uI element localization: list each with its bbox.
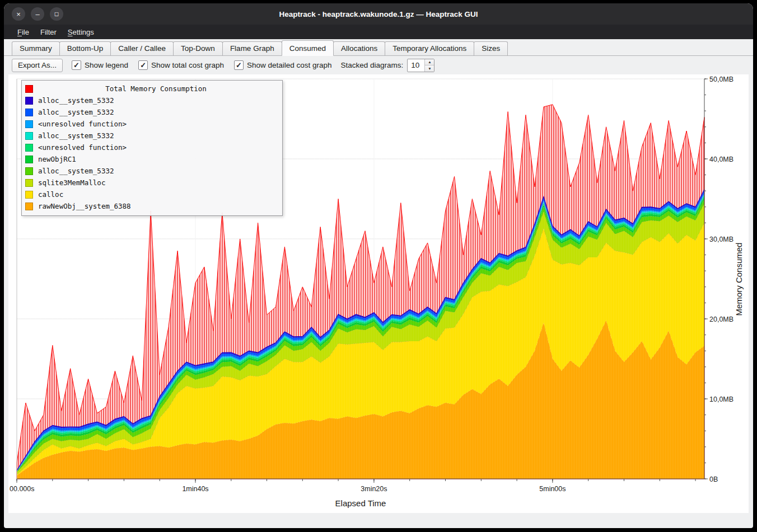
maximize-button[interactable]: ◻: [50, 7, 63, 21]
y-tick-label: 30,0MB: [709, 236, 733, 243]
tab-caller-callee[interactable]: Caller / Callee: [110, 41, 174, 56]
legend-swatch: [25, 167, 33, 175]
legend-item-label: alloc__system_5332: [38, 167, 114, 175]
legend-item-label: calloc: [38, 190, 63, 199]
menu-filter[interactable]: Filter: [35, 26, 62, 38]
legend-title: Total Memory Consumption: [33, 84, 279, 93]
minimize-icon: –: [35, 10, 39, 17]
stacked-diagrams-group: Stacked diagrams: 10 ▲ ▼: [341, 59, 435, 72]
legend-swatch: [25, 179, 33, 187]
legend-item: rawNewObj__system_6388: [25, 200, 279, 212]
y-tick-label: 20,0MB: [709, 316, 733, 323]
maximize-icon: ◻: [54, 11, 59, 17]
checkbox-label: Show total cost graph: [151, 61, 224, 69]
legend-item-label: alloc__system_5332: [38, 108, 114, 116]
x-tick-label: 5min00s: [539, 485, 566, 493]
y-tick-label: 50,0MB: [709, 76, 733, 83]
checkbox-show-detailed-cost-graph[interactable]: ✓Show detailed cost graph: [234, 60, 332, 70]
legend-item: sqlite3MemMalloc: [25, 177, 279, 189]
toolbar-checkboxes: ✓Show legend✓Show total cost graph✓Show …: [72, 60, 332, 70]
legend-item: alloc__system_5332: [25, 106, 279, 118]
spinbox-value: 10: [408, 59, 424, 72]
tab-top-down[interactable]: Top-Down: [173, 41, 223, 56]
export-as-button[interactable]: Export As...: [12, 59, 63, 72]
legend-swatch: [25, 109, 33, 116]
legend-item-label: newObjRC1: [38, 155, 76, 163]
legend-item-label: rawNewObj__system_6388: [38, 202, 131, 210]
x-tick-label: 3min20s: [361, 485, 387, 493]
chart-area[interactable]: 00.000s1min40s3min20s5min00s0B10,0MB20,0…: [8, 74, 749, 513]
titlebar[interactable]: × – ◻ Heaptrack - heaptrack.wakunode.1.g…: [4, 3, 753, 25]
legend-swatch: [25, 120, 33, 128]
window-controls: × – ◻: [4, 7, 63, 21]
legend-item: alloc__system_5332: [25, 130, 279, 142]
checkbox-label: Show detailed cost graph: [247, 61, 332, 69]
stacked-diagrams-label: Stacked diagrams:: [341, 61, 404, 69]
spinbox-down-button[interactable]: ▼: [425, 65, 434, 72]
legend-swatch: [25, 203, 33, 210]
legend-swatch: [25, 97, 33, 105]
tab-sizes[interactable]: Sizes: [474, 41, 508, 56]
y-tick-label: 0B: [709, 475, 718, 483]
tab-consumed[interactable]: Consumed: [282, 40, 334, 56]
close-button[interactable]: ×: [12, 7, 25, 21]
checkbox-label: Show legend: [85, 61, 128, 69]
tab-summary[interactable]: Summary: [12, 41, 60, 56]
legend-swatch: [25, 132, 33, 140]
legend-swatch: [25, 156, 33, 163]
tab-allocations[interactable]: Allocations: [333, 41, 385, 56]
x-axis-label: Elapsed Time: [335, 498, 386, 508]
close-icon: ×: [16, 10, 21, 17]
menu-file[interactable]: File: [12, 26, 35, 38]
y-tick-label: 10,0MB: [709, 396, 733, 403]
chart-legend: Total Memory Consumption alloc__system_5…: [21, 80, 283, 216]
menu-settings[interactable]: Settings: [62, 26, 100, 38]
legend-item: <unresolved function>: [25, 118, 279, 130]
legend-items: alloc__system_5332alloc__system_5332<unr…: [25, 95, 279, 212]
tab-flame-graph[interactable]: Flame Graph: [222, 41, 282, 56]
y-axis-label: Memory Consumed: [734, 243, 744, 316]
stacked-diagrams-spinbox[interactable]: 10 ▲ ▼: [407, 59, 434, 72]
checkbox-show-total-cost-graph[interactable]: ✓Show total cost graph: [138, 60, 224, 70]
legend-item: newObjRC1: [25, 153, 279, 165]
legend-swatch: [25, 144, 33, 152]
checkbox-show-legend[interactable]: ✓Show legend: [72, 60, 128, 70]
checkbox-box: ✓: [138, 60, 148, 70]
tab-bar: SummaryBottom-UpCaller / CalleeTop-DownF…: [4, 39, 753, 56]
legend-item-label: <unresolved function>: [38, 120, 127, 128]
legend-item: calloc: [25, 189, 279, 200]
spinbox-up-button[interactable]: ▲: [425, 59, 434, 66]
legend-item-label: alloc__system_5332: [38, 131, 114, 140]
legend-item: <unresolved function>: [25, 142, 279, 153]
checkbox-box: ✓: [234, 60, 244, 70]
legend-title-row: Total Memory Consumption: [25, 83, 279, 95]
window-title: Heaptrack - heaptrack.wakunode.1.gz — He…: [4, 10, 753, 18]
menubar: FileFilterSettings: [4, 25, 753, 39]
y-tick-label: 40,0MB: [709, 156, 733, 163]
x-tick-label: 1min40s: [182, 485, 208, 493]
toolbar: Export As... ✓Show legend✓Show total cos…: [4, 56, 753, 74]
legend-item-label: alloc__system_5332: [38, 96, 114, 105]
legend-item-label: <unresolved function>: [38, 143, 127, 152]
tab-bottom-up[interactable]: Bottom-Up: [59, 41, 111, 56]
legend-item-label: sqlite3MemMalloc: [38, 178, 105, 187]
legend-swatch: [25, 191, 33, 199]
legend-swatch-total: [25, 85, 33, 93]
checkbox-box: ✓: [72, 60, 81, 70]
app-window: × – ◻ Heaptrack - heaptrack.wakunode.1.g…: [4, 3, 753, 528]
minimize-button[interactable]: –: [31, 7, 44, 21]
x-tick-label: 00.000s: [10, 485, 34, 493]
legend-item: alloc__system_5332: [25, 165, 279, 177]
legend-item: alloc__system_5332: [25, 95, 279, 106]
tab-temporary-allocations[interactable]: Temporary Allocations: [385, 41, 474, 56]
